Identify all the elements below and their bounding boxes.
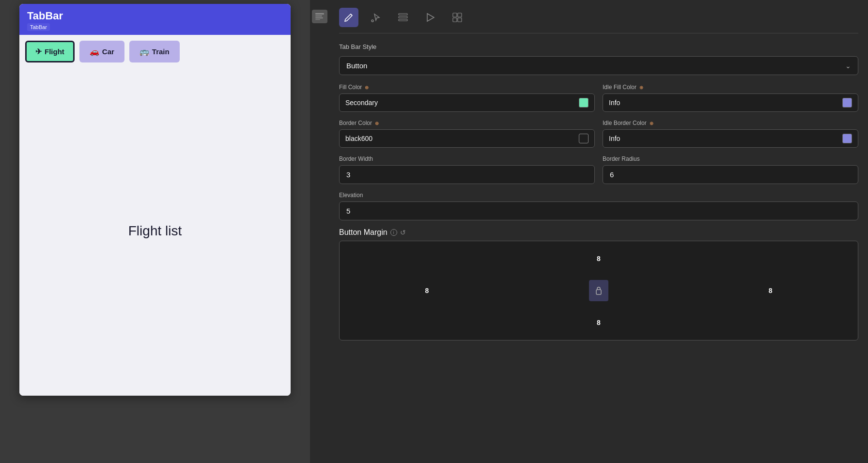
fill-color-value: Secondary xyxy=(345,99,378,107)
idle-fill-color-value: Info xyxy=(609,99,620,107)
border-width-label: Border Width xyxy=(339,155,595,162)
border-color-swatch xyxy=(579,134,589,143)
tab-car[interactable]: 🚗 Car xyxy=(79,41,124,62)
elevation-label: Elevation xyxy=(339,192,858,199)
design-tool-icon[interactable] xyxy=(339,8,358,27)
svg-rect-13 xyxy=(596,290,601,294)
idle-fill-color-input[interactable]: Info xyxy=(603,93,858,112)
idle-fill-color-icon: ⊕ xyxy=(639,85,643,90)
idle-border-color-swatch xyxy=(842,134,852,143)
right-panel: Tab Bar Style Button ⌄ Fill Color ⊕ Seco… xyxy=(329,0,868,463)
idle-border-color-group: Idle Border Color ⊕ Info xyxy=(603,120,858,148)
margin-center-cell xyxy=(513,275,684,306)
margin-top-value[interactable]: 8 xyxy=(513,243,684,274)
flight-icon: ✈ xyxy=(35,47,42,56)
section-title: Tab Bar Style xyxy=(339,43,858,50)
interaction-tool-icon[interactable] xyxy=(366,8,386,27)
margin-box: 8 8 8 8 xyxy=(339,241,858,340)
svg-rect-11 xyxy=(453,18,457,22)
car-icon: 🚗 xyxy=(90,47,99,56)
tab-flight-label: Flight xyxy=(45,47,64,56)
idle-fill-color-group: Idle Fill Color ⊕ Info xyxy=(603,84,858,112)
svg-rect-7 xyxy=(399,19,407,21)
idle-border-color-label: Idle Border Color ⊕ xyxy=(603,120,858,126)
fill-color-swatch xyxy=(579,98,589,108)
app-content: Flight list xyxy=(19,66,291,396)
border-color-label: Border Color ⊕ xyxy=(339,120,595,126)
style-dropdown[interactable]: Button ⌄ xyxy=(339,56,858,75)
dropdown-arrow-icon: ⌄ xyxy=(845,62,851,70)
fill-colors-row: Fill Color ⊕ Secondary Idle Fill Color ⊕… xyxy=(339,84,858,112)
preview-icon[interactable] xyxy=(312,10,327,23)
svg-rect-6 xyxy=(399,16,407,18)
margin-lock-icon[interactable] xyxy=(589,280,608,301)
svg-point-4 xyxy=(372,20,373,22)
fill-color-icon: ⊕ xyxy=(365,85,369,90)
border-width-input[interactable]: 3 xyxy=(339,165,595,184)
svg-rect-10 xyxy=(458,13,462,17)
tab-train-label: Train xyxy=(152,47,170,56)
svg-rect-9 xyxy=(453,13,457,17)
button-margin-group: Button Margin i ↺ 8 8 8 8 xyxy=(339,228,858,340)
app-header: TabBar TabBar xyxy=(19,4,291,35)
button-margin-reset-icon[interactable]: ↺ xyxy=(400,229,406,236)
toolbar xyxy=(339,8,858,33)
svg-rect-12 xyxy=(458,18,462,22)
component-tool-icon[interactable] xyxy=(448,8,467,27)
middle-area xyxy=(310,0,329,463)
elevation-input[interactable]: 5 xyxy=(339,201,858,220)
device-frame: TabBar TabBar ✈ Flight 🚗 Car 🚌 Train Fli… xyxy=(19,4,291,396)
svg-rect-3 xyxy=(315,19,320,20)
tab-flight[interactable]: ✈ Flight xyxy=(25,41,75,62)
idle-border-color-input[interactable]: Info xyxy=(603,129,858,148)
app-subtitle-badge: TabBar xyxy=(27,23,50,31)
svg-rect-2 xyxy=(315,17,323,18)
data-tool-icon[interactable] xyxy=(393,8,413,27)
border-radius-input[interactable]: 6 xyxy=(603,165,858,184)
idle-border-color-value: Info xyxy=(609,135,620,142)
idle-border-color-icon: ⊕ xyxy=(650,121,653,126)
fill-color-group: Fill Color ⊕ Secondary xyxy=(339,84,595,112)
border-color-icon: ⊕ xyxy=(375,121,379,126)
content-text: Flight list xyxy=(128,223,182,239)
train-icon: 🚌 xyxy=(140,47,149,56)
margin-right-value[interactable]: 8 xyxy=(685,275,856,306)
svg-rect-1 xyxy=(315,15,322,16)
fill-color-input[interactable]: Secondary xyxy=(339,93,595,112)
border-width-group: Border Width 3 xyxy=(339,155,595,184)
canvas-area: TabBar TabBar ✈ Flight 🚗 Car 🚌 Train Fli… xyxy=(0,0,310,463)
tab-car-label: Car xyxy=(102,47,114,56)
border-color-input[interactable]: black600 xyxy=(339,129,595,148)
button-margin-header: Button Margin i ↺ xyxy=(339,228,858,237)
margin-bottom-value[interactable]: 8 xyxy=(513,307,684,338)
border-radius-label: Border Radius xyxy=(603,155,858,162)
border-dimensions-row: Border Width 3 Border Radius 6 xyxy=(339,155,858,184)
button-margin-info-icon[interactable]: i xyxy=(390,229,397,236)
idle-fill-color-swatch xyxy=(842,98,852,108)
tab-train[interactable]: 🚌 Train xyxy=(129,41,180,62)
border-color-value: black600 xyxy=(345,135,372,142)
style-dropdown-value: Button xyxy=(346,62,367,70)
margin-left-value[interactable]: 8 xyxy=(341,275,512,306)
border-color-group: Border Color ⊕ black600 xyxy=(339,120,595,148)
svg-marker-8 xyxy=(427,14,434,21)
svg-rect-0 xyxy=(315,13,324,15)
idle-fill-color-label: Idle Fill Color ⊕ xyxy=(603,84,858,91)
elevation-group: Elevation 5 xyxy=(339,192,858,220)
button-margin-label: Button Margin xyxy=(339,228,388,237)
border-radius-group: Border Radius 6 xyxy=(603,155,858,184)
svg-rect-5 xyxy=(399,14,407,15)
border-colors-row: Border Color ⊕ black600 Idle Border Colo… xyxy=(339,120,858,148)
app-title: TabBar xyxy=(27,10,283,22)
tab-bar[interactable]: ✈ Flight 🚗 Car 🚌 Train xyxy=(19,35,291,66)
fill-color-label: Fill Color ⊕ xyxy=(339,84,595,91)
play-tool-icon[interactable] xyxy=(420,8,440,27)
